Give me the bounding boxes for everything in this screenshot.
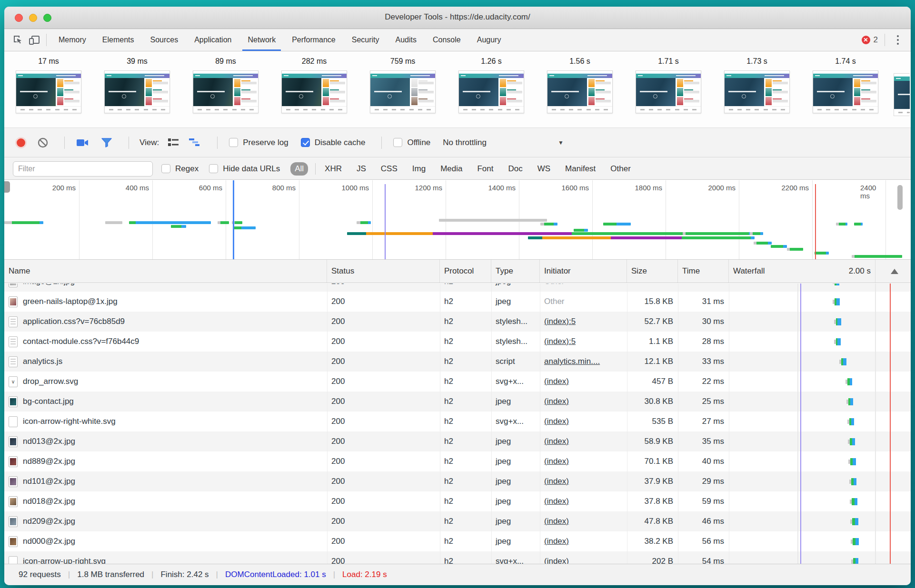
column-header-waterfall[interactable]: Waterfall2.00 s — [729, 260, 911, 283]
offline-checkbox[interactable]: Offline — [393, 138, 430, 147]
table-row[interactable]: nd889@2x.jpg200h2jpeg(index)70.1 KB40 ms — [4, 451, 911, 471]
filmstrip-thumbnail[interactable] — [104, 70, 170, 113]
record-button[interactable] — [17, 138, 25, 147]
tab-application[interactable]: Application — [186, 29, 239, 51]
filter-type-js[interactable]: JS — [352, 162, 370, 176]
table-row[interactable]: icon-arrow-up-right.svg200h2svg+x...(ind… — [4, 551, 911, 564]
hide-data-urls-checkbox[interactable]: Hide data URLs — [209, 164, 280, 174]
tab-network[interactable]: Network — [239, 29, 284, 51]
filmstrip-thumbnail[interactable] — [547, 70, 613, 113]
column-header-initiator[interactable]: Initiator — [540, 260, 627, 283]
table-row[interactable]: ∨drop_arrow.svg200h2svg+x...(index)457 B… — [4, 372, 911, 392]
filmstrip-frame[interactable]: 39 ms — [93, 51, 181, 113]
network-overview[interactable]: 200 ms400 ms600 ms800 ms1000 ms1200 ms14… — [4, 180, 911, 260]
overview-scroll-stub[interactable] — [4, 181, 10, 193]
sort-ascending-icon[interactable] — [891, 269, 898, 274]
initiator-link[interactable]: (index) — [544, 397, 569, 406]
initiator-link[interactable]: (index) — [544, 497, 569, 506]
filmstrip-frame[interactable]: 1.71 s — [624, 51, 713, 113]
filter-type-img[interactable]: Img — [408, 162, 430, 176]
overview-scrollbar-thumb[interactable] — [897, 185, 903, 210]
filter-type-xhr[interactable]: XHR — [320, 162, 346, 176]
column-header-time[interactable]: Time — [678, 260, 729, 283]
column-header-size[interactable]: Size — [627, 260, 678, 283]
filmstrip-frame[interactable]: 1.74 s — [801, 51, 890, 113]
initiator-link[interactable]: analytics.min.... — [544, 357, 600, 366]
table-row[interactable]: nd101@2x.jpg200h2jpeg(index)37.9 KB29 ms — [4, 471, 911, 491]
table-row[interactable]: nd013@2x.jpg200h2jpeg(index)58.9 KB35 ms — [4, 431, 911, 451]
filmstrip-thumbnail[interactable] — [894, 73, 910, 116]
table-row[interactable]: green-nails-laptop@1x.jpg200h2jpegOther1… — [4, 292, 911, 312]
filter-input[interactable] — [13, 161, 153, 176]
filmstrip-thumbnail[interactable] — [636, 70, 701, 113]
table-row[interactable]: image@2x.jpg200h2jpegOther — [4, 284, 911, 292]
regex-checkbox[interactable]: Regex — [161, 164, 199, 174]
initiator-link[interactable]: (index) — [544, 457, 569, 466]
table-row[interactable]: nd000@2x.jpg200h2jpeg(index)38.2 KB56 ms — [4, 531, 911, 551]
capture-screenshots-button[interactable] — [76, 138, 89, 147]
initiator-link[interactable]: (index) — [544, 517, 569, 526]
table-row[interactable]: analytics.js200h2scriptanalytics.min....… — [4, 352, 911, 372]
filmstrip-thumbnail[interactable] — [458, 70, 524, 113]
filmstrip-frame[interactable]: 1.26 s — [447, 51, 536, 113]
filmstrip-frame[interactable]: 1.56 s — [536, 51, 624, 113]
filter-type-css[interactable]: CSS — [377, 162, 402, 176]
column-header-status[interactable]: Status — [327, 260, 440, 283]
use-large-rows-button[interactable] — [168, 138, 179, 147]
table-row[interactable]: icon-arrow-right-white.svg200h2svg+x...(… — [4, 412, 911, 431]
initiator-link[interactable]: (index) — [544, 377, 569, 386]
tab-elements[interactable]: Elements — [94, 29, 142, 51]
tab-audits[interactable]: Audits — [388, 29, 425, 51]
filmstrip-frame[interactable]: 759 ms — [358, 51, 447, 113]
filter-type-other[interactable]: Other — [606, 162, 635, 176]
column-header-type[interactable]: Type — [491, 260, 540, 283]
show-overview-button[interactable] — [189, 138, 201, 147]
filter-type-all[interactable]: All — [290, 162, 308, 176]
tab-console[interactable]: Console — [425, 29, 469, 51]
tab-sources[interactable]: Sources — [142, 29, 186, 51]
initiator-link[interactable]: (index) — [544, 417, 569, 426]
filmstrip-thumbnail[interactable] — [813, 70, 878, 113]
filter-toggle-button[interactable] — [101, 137, 112, 148]
tab-memory[interactable]: Memory — [50, 29, 94, 51]
error-badge[interactable]: ✕ 2 — [862, 35, 878, 45]
filmstrip-thumbnail[interactable] — [16, 70, 81, 113]
throttling-dropdown[interactable]: No throttling ▼ — [443, 138, 564, 147]
filmstrip-thumbnail[interactable] — [281, 70, 347, 113]
filmstrip-frame[interactable]: 282 ms — [270, 51, 358, 113]
tab-augury[interactable]: Augury — [469, 29, 509, 51]
table-row[interactable]: contact-module.css?v=f76b44c9200h2styles… — [4, 332, 911, 352]
filter-type-font[interactable]: Font — [473, 162, 497, 176]
column-header-name[interactable]: Name — [4, 260, 327, 283]
filter-type-manifest[interactable]: Manifest — [561, 162, 600, 176]
initiator-link[interactable]: (index) — [544, 557, 569, 564]
more-options-icon[interactable] — [892, 35, 904, 45]
filter-type-ws[interactable]: WS — [533, 162, 555, 176]
disable-cache-checkbox[interactable]: Disable cache — [301, 138, 366, 147]
initiator-link[interactable]: (index) — [544, 437, 569, 446]
filmstrip-thumbnail[interactable] — [724, 70, 790, 113]
filter-type-doc[interactable]: Doc — [504, 162, 527, 176]
preserve-log-checkbox[interactable]: Preserve log — [229, 138, 288, 147]
filmstrip-thumbnail[interactable] — [370, 70, 436, 113]
tab-security[interactable]: Security — [344, 29, 388, 51]
filmstrip-frame-partial[interactable] — [894, 51, 910, 116]
initiator-link[interactable]: (index) — [544, 477, 569, 486]
device-toolbar-icon[interactable] — [26, 33, 42, 47]
table-row[interactable]: nd209@2x.jpg200h2jpeg(index)47.8 KB46 ms — [4, 511, 911, 531]
initiator-link[interactable]: (index):5 — [544, 317, 576, 326]
filmstrip-frame[interactable]: 89 ms — [181, 51, 270, 113]
filter-type-media[interactable]: Media — [436, 162, 467, 176]
tab-performance[interactable]: Performance — [284, 29, 344, 51]
table-row[interactable]: application.css?v=76cb85d9200h2stylesh..… — [4, 312, 911, 332]
inspect-element-icon[interactable] — [10, 33, 26, 47]
initiator-link[interactable]: (index):5 — [544, 337, 576, 346]
filmstrip-frame[interactable]: 1.73 s — [713, 51, 801, 113]
initiator-link[interactable]: (index) — [544, 537, 569, 546]
filmstrip-thumbnail[interactable] — [193, 70, 259, 113]
clear-button[interactable] — [38, 137, 48, 148]
table-row[interactable]: bg-contact.jpg200h2jpeg(index)30.8 KB25 … — [4, 392, 911, 412]
column-header-protocol[interactable]: Protocol — [440, 260, 491, 283]
table-row[interactable]: nd018@2x.jpg200h2jpeg(index)37.8 KB59 ms — [4, 491, 911, 511]
filmstrip-frame[interactable]: 17 ms — [4, 51, 93, 113]
